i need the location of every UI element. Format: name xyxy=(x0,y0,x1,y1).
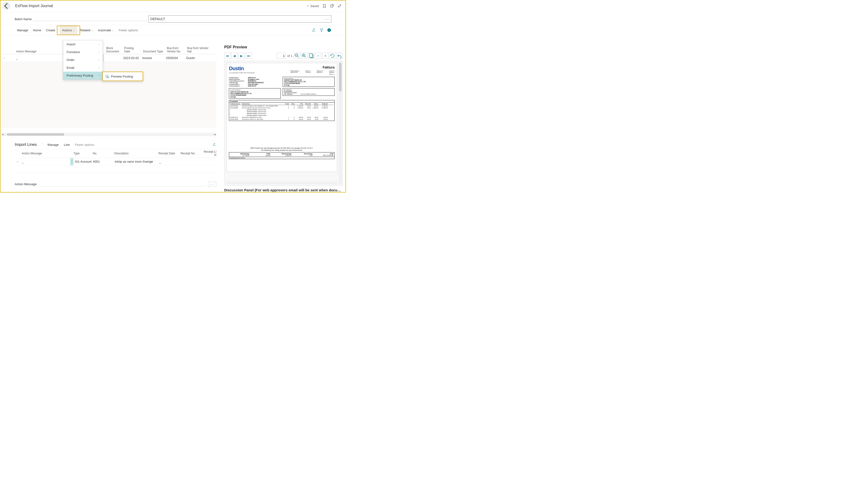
pdf-vscrollbar[interactable] xyxy=(339,62,342,184)
saved-indicator: ✓ Saved xyxy=(307,4,319,8)
il-col-receipt-li[interactable]: Receipt Li N xyxy=(203,150,217,157)
menu-preliminary-posting[interactable]: Preliminary Posting› xyxy=(63,71,103,80)
pdf-heading: Faktura xyxy=(290,65,335,69)
cell-action-message[interactable]: _ xyxy=(15,56,62,60)
page-title: ExFlow Import Journal xyxy=(15,4,53,8)
pdf-reference-box: Er referens:Godsmärke:Ert inköpsnummer:V… xyxy=(283,88,335,96)
back-button[interactable] xyxy=(2,2,10,10)
grid-row-empty xyxy=(1,62,216,69)
collapse-icon[interactable] xyxy=(337,4,342,8)
il-col-no[interactable]: No. xyxy=(93,152,114,155)
pdf-last-page-icon[interactable]: ⏭ xyxy=(246,53,252,59)
pdf-invoice-address-box: Fakturaadress SIGNUP SOFTWARE AB HALLONB… xyxy=(283,77,335,87)
share-icon[interactable] xyxy=(312,28,316,32)
pdf-prev-page-icon[interactable]: ◀ xyxy=(231,53,238,59)
footer-more-icon[interactable]: ··· xyxy=(208,182,216,187)
grid-hscrollbar[interactable]: ◀ ▶ xyxy=(1,133,216,136)
row-selector-icon[interactable]: → xyxy=(1,56,7,60)
batch-lookup-icon[interactable]: ··· xyxy=(325,17,329,21)
menu-order[interactable]: Order› xyxy=(63,56,103,64)
pdf-preview-title: PDF Preview xyxy=(224,44,343,52)
pdf-delivery-address-box: Leveransadress SIGN UP SOFTWARE AB HALLO… xyxy=(229,88,281,99)
popout-icon[interactable] xyxy=(330,4,334,8)
submenu-preview-label: Preview Posting xyxy=(111,75,133,78)
grid-row[interactable]: → _ 2023-02-02 Invoice 2559334 Dustin xyxy=(1,54,216,62)
pdf-document: Dustin c/o Lindorff Box 47297 100 74 Sto… xyxy=(226,63,337,172)
pdf-totals: Nettobelopp15 728,00Frakt139,00Momsbelop… xyxy=(229,152,335,157)
il-cell-type[interactable]: G/L Account xyxy=(73,160,93,163)
toolbar-actions[interactable]: Actions⌄ xyxy=(60,25,78,35)
il-cell-receipt-date[interactable]: _ xyxy=(159,160,182,163)
col-posting-date[interactable]: Posting Date xyxy=(123,47,142,53)
batch-name-label: Batch Name xyxy=(15,17,32,21)
pdf-payment-info: Betalningsinformation xyxy=(229,157,335,159)
cell-vendor-name[interactable]: Dustin xyxy=(185,56,213,60)
menu-import[interactable]: Import› xyxy=(63,40,103,48)
col-document-type[interactable]: Document Type xyxy=(142,50,165,53)
import-line-row[interactable]: → _ G/L Account 4051 Inköp av varor inom… xyxy=(15,158,216,166)
dots-separator xyxy=(33,21,147,21)
il-col-description[interactable]: Description xyxy=(115,152,158,155)
import-lines-share-icon[interactable] xyxy=(213,143,216,147)
toolbar-automate[interactable]: Automate⌄ xyxy=(95,25,116,35)
il-col-receipt-no[interactable]: Receipt No. xyxy=(181,152,203,155)
cell-vendor-no[interactable]: 2559334 xyxy=(164,56,185,60)
pdf-viewer: Dustin c/o Lindorff Box 47297 100 74 Sto… xyxy=(224,61,343,186)
pdf-minus-icon[interactable]: − xyxy=(315,53,321,59)
pdf-products-table: Produkter ArtikelnummerBenämningAntalRes… xyxy=(229,100,335,121)
pdf-brand-logo: Dustin xyxy=(229,65,255,71)
pdf-page-indicator: Sida 1 / 1 xyxy=(290,73,335,75)
il-cell-description[interactable]: Inköp av varor inom Sverige xyxy=(115,160,159,163)
pdf-first-page-icon[interactable]: ⏮ xyxy=(224,53,230,59)
col-block-document[interactable]: Block Document xyxy=(105,47,123,53)
bookmark-icon[interactable] xyxy=(322,4,327,8)
pdf-brand-sub: c/o Lindorff Box 47297 100 74 Stockholm xyxy=(229,72,255,73)
il-cell-no[interactable]: 4051 xyxy=(93,160,115,163)
pdf-refresh-icon[interactable] xyxy=(330,53,336,59)
pdf-page-of: of 1 xyxy=(287,54,292,58)
toolbar-manage[interactable]: Manage xyxy=(15,25,31,35)
toolbar-related[interactable]: Related⌄ xyxy=(77,25,95,35)
footer-action-message-label: Action Message xyxy=(15,182,37,186)
pdf-hscrollbar[interactable] xyxy=(226,182,337,184)
il-row-menu-icon[interactable] xyxy=(70,158,73,166)
menu-functions[interactable]: Functions› xyxy=(63,48,103,56)
cell-document-type[interactable]: Invoice xyxy=(141,56,164,60)
pdf-page-input[interactable] xyxy=(276,53,286,59)
il-cell-action-message[interactable]: _ xyxy=(20,160,61,163)
svg-rect-7 xyxy=(309,54,312,57)
pdf-zoom-fit-icon[interactable] xyxy=(294,53,300,59)
cell-posting-date[interactable]: 2023-02-02 xyxy=(122,56,141,60)
submenu-preview-posting[interactable]: Preview Posting xyxy=(102,71,143,81)
il-col-type[interactable]: Type xyxy=(73,152,93,155)
menu-email[interactable]: Email› xyxy=(63,64,103,71)
pdf-undo-icon[interactable] xyxy=(337,53,343,59)
import-lines-title: Import Lines xyxy=(15,142,37,147)
pdf-plus-icon[interactable]: + xyxy=(322,53,329,59)
actions-menu: Import› Functions› Order› Email› Prelimi… xyxy=(63,40,103,80)
pdf-note: OBS! Dustin har bytt bankgironummer till… xyxy=(229,147,335,151)
col-vendor-name[interactable]: Buy-from Vendor Nar xyxy=(186,47,214,53)
main-grid: Action Message Block Document Posting Da… xyxy=(1,40,216,136)
import-lines-line[interactable]: Line xyxy=(64,143,70,147)
col-vendor-no[interactable]: Buy-from Vendor No. xyxy=(165,47,186,53)
discussion-panel-title[interactable]: Discussion Panel (For web approvers emai… xyxy=(224,186,343,192)
toolbar-home[interactable]: Home xyxy=(31,25,43,35)
toolbar-fewer-options[interactable]: Fewer options xyxy=(116,25,141,35)
il-col-receipt-date[interactable]: Receipt Date xyxy=(158,152,181,155)
info-icon[interactable]: i xyxy=(327,28,331,32)
il-col-action-message[interactable]: Action Message xyxy=(20,152,60,155)
batch-name-value: DEFAULT xyxy=(151,17,165,21)
import-lines-fewer[interactable]: Fewer options xyxy=(75,143,94,147)
batch-name-input[interactable]: DEFAULT ··· xyxy=(148,16,331,23)
preview-posting-icon xyxy=(105,74,109,78)
pdf-next-page-icon[interactable]: ▶ xyxy=(238,53,245,59)
import-lines-manage[interactable]: Manage xyxy=(48,143,59,147)
pdf-download-icon[interactable] xyxy=(308,53,314,59)
svg-rect-0 xyxy=(331,5,333,7)
pdf-zoom-in-icon[interactable] xyxy=(301,53,307,59)
toolbar-create[interactable]: Create xyxy=(43,25,58,35)
il-row-selector-icon[interactable]: → xyxy=(15,160,20,163)
col-action-message[interactable]: Action Message xyxy=(15,50,62,53)
filter-icon[interactable] xyxy=(319,28,324,32)
